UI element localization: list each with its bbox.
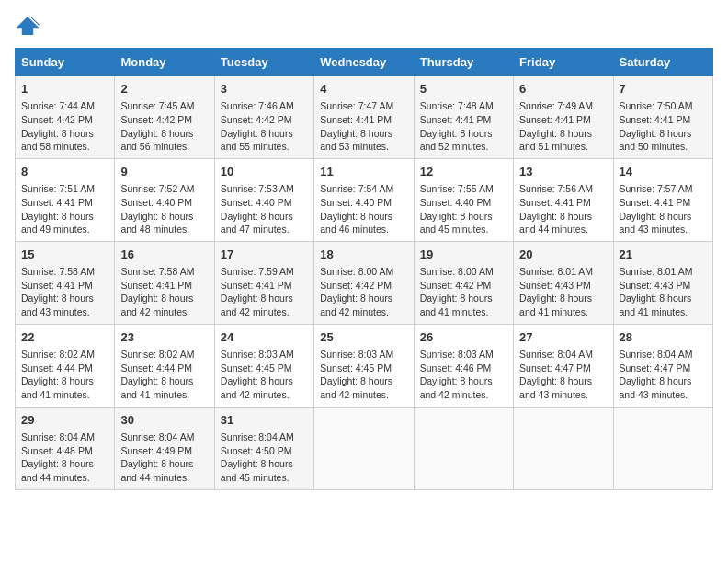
day-number: 9 [120, 164, 208, 180]
day-number: 28 [620, 329, 707, 346]
calendar-cell: 6Sunrise: 7:49 AMSunset: 4:41 PMDaylight… [514, 76, 613, 159]
day-number: 26 [420, 329, 507, 346]
day-info: Sunrise: 7:58 AMSunset: 4:41 PMDaylight:… [21, 265, 108, 319]
day-info: Sunrise: 8:03 AMSunset: 4:45 PMDaylight:… [320, 348, 407, 402]
calendar-cell: 11Sunrise: 7:54 AMSunset: 4:40 PMDayligh… [314, 158, 414, 241]
calendar-cell: 29Sunrise: 8:04 AMSunset: 4:48 PMDayligh… [16, 407, 115, 489]
day-header-saturday: Saturday [613, 49, 712, 76]
calendar-week-row: 15Sunrise: 7:58 AMSunset: 4:41 PMDayligh… [16, 241, 713, 324]
calendar-cell: 28Sunrise: 8:04 AMSunset: 4:47 PMDayligh… [613, 324, 712, 407]
day-number: 1 [21, 81, 108, 98]
day-number: 27 [519, 329, 607, 346]
day-info: Sunrise: 8:02 AMSunset: 4:44 PMDaylight:… [21, 348, 108, 402]
day-number: 5 [420, 81, 507, 98]
day-number: 15 [21, 247, 108, 263]
calendar-cell [314, 407, 414, 489]
day-info: Sunrise: 7:44 AMSunset: 4:42 PMDaylight:… [21, 99, 108, 154]
calendar-week-row: 8Sunrise: 7:51 AMSunset: 4:41 PMDaylight… [16, 158, 713, 241]
day-number: 4 [320, 81, 407, 98]
day-number: 31 [221, 412, 308, 429]
day-info: Sunrise: 7:48 AMSunset: 4:41 PMDaylight:… [420, 99, 507, 154]
day-number: 16 [120, 247, 208, 263]
calendar-cell [414, 407, 513, 489]
calendar-cell: 17Sunrise: 7:59 AMSunset: 4:41 PMDayligh… [214, 241, 313, 324]
calendar-cell: 26Sunrise: 8:03 AMSunset: 4:46 PMDayligh… [414, 324, 513, 407]
calendar-cell: 15Sunrise: 7:58 AMSunset: 4:41 PMDayligh… [16, 241, 115, 324]
day-number: 22 [21, 329, 108, 346]
calendar-week-row: 22Sunrise: 8:02 AMSunset: 4:44 PMDayligh… [16, 324, 713, 407]
calendar-cell: 20Sunrise: 8:01 AMSunset: 4:43 PMDayligh… [514, 241, 613, 324]
page-header [15, 15, 713, 37]
calendar-cell: 7Sunrise: 7:50 AMSunset: 4:41 PMDaylight… [613, 76, 712, 159]
days-header-row: SundayMondayTuesdayWednesdayThursdayFrid… [16, 49, 713, 76]
day-number: 18 [320, 247, 407, 263]
calendar-cell: 27Sunrise: 8:04 AMSunset: 4:47 PMDayligh… [514, 324, 613, 407]
calendar-cell: 9Sunrise: 7:52 AMSunset: 4:40 PMDaylight… [115, 158, 214, 241]
calendar-cell: 22Sunrise: 8:02 AMSunset: 4:44 PMDayligh… [16, 324, 115, 407]
day-number: 17 [221, 247, 308, 263]
day-number: 14 [620, 164, 707, 180]
calendar-cell: 1Sunrise: 7:44 AMSunset: 4:42 PMDaylight… [16, 76, 115, 159]
calendar-cell: 21Sunrise: 8:01 AMSunset: 4:43 PMDayligh… [613, 241, 712, 324]
day-info: Sunrise: 8:00 AMSunset: 4:42 PMDaylight:… [320, 265, 407, 319]
calendar-cell: 10Sunrise: 7:53 AMSunset: 4:40 PMDayligh… [214, 158, 313, 241]
calendar-cell: 19Sunrise: 8:00 AMSunset: 4:42 PMDayligh… [414, 241, 513, 324]
calendar-cell: 3Sunrise: 7:46 AMSunset: 4:42 PMDaylight… [214, 76, 313, 159]
day-info: Sunrise: 8:04 AMSunset: 4:48 PMDaylight:… [21, 431, 108, 485]
day-header-monday: Monday [115, 49, 214, 76]
calendar-cell [613, 407, 712, 489]
day-info: Sunrise: 8:01 AMSunset: 4:43 PMDaylight:… [519, 265, 607, 319]
day-number: 7 [620, 81, 707, 98]
day-number: 24 [221, 329, 308, 346]
day-info: Sunrise: 7:56 AMSunset: 4:41 PMDaylight:… [519, 182, 607, 236]
day-info: Sunrise: 7:53 AMSunset: 4:40 PMDaylight:… [221, 182, 308, 236]
calendar-cell: 13Sunrise: 7:56 AMSunset: 4:41 PMDayligh… [514, 158, 613, 241]
logo-icon [15, 15, 40, 37]
calendar-cell: 2Sunrise: 7:45 AMSunset: 4:42 PMDaylight… [115, 76, 214, 159]
logo [15, 15, 44, 37]
day-number: 23 [120, 329, 208, 346]
day-number: 2 [120, 81, 208, 98]
calendar-cell [514, 407, 613, 489]
day-number: 21 [620, 247, 707, 263]
day-number: 11 [320, 164, 407, 180]
day-info: Sunrise: 7:49 AMSunset: 4:41 PMDaylight:… [519, 99, 607, 154]
day-header-tuesday: Tuesday [214, 49, 313, 76]
day-number: 19 [420, 247, 507, 263]
calendar-cell: 12Sunrise: 7:55 AMSunset: 4:40 PMDayligh… [414, 158, 513, 241]
calendar-week-row: 1Sunrise: 7:44 AMSunset: 4:42 PMDaylight… [16, 76, 713, 159]
day-info: Sunrise: 7:58 AMSunset: 4:41 PMDaylight:… [120, 265, 208, 319]
day-info: Sunrise: 8:02 AMSunset: 4:44 PMDaylight:… [120, 348, 208, 402]
day-info: Sunrise: 7:57 AMSunset: 4:41 PMDaylight:… [620, 182, 707, 236]
calendar-cell: 31Sunrise: 8:04 AMSunset: 4:50 PMDayligh… [214, 407, 313, 489]
day-info: Sunrise: 7:51 AMSunset: 4:41 PMDaylight:… [21, 182, 108, 236]
calendar-cell: 30Sunrise: 8:04 AMSunset: 4:49 PMDayligh… [115, 407, 214, 489]
day-number: 6 [519, 81, 607, 98]
day-info: Sunrise: 8:03 AMSunset: 4:45 PMDaylight:… [221, 348, 308, 402]
calendar-cell: 25Sunrise: 8:03 AMSunset: 4:45 PMDayligh… [314, 324, 414, 407]
calendar-cell: 5Sunrise: 7:48 AMSunset: 4:41 PMDaylight… [414, 76, 513, 159]
day-info: Sunrise: 7:55 AMSunset: 4:40 PMDaylight:… [420, 182, 507, 236]
calendar-table: SundayMondayTuesdayWednesdayThursdayFrid… [15, 48, 713, 490]
day-info: Sunrise: 7:50 AMSunset: 4:41 PMDaylight:… [620, 99, 707, 154]
day-info: Sunrise: 8:04 AMSunset: 4:47 PMDaylight:… [519, 348, 607, 402]
day-number: 20 [519, 247, 607, 263]
calendar-cell: 24Sunrise: 8:03 AMSunset: 4:45 PMDayligh… [214, 324, 313, 407]
day-info: Sunrise: 7:54 AMSunset: 4:40 PMDaylight:… [320, 182, 407, 236]
day-header-thursday: Thursday [414, 49, 513, 76]
day-header-sunday: Sunday [16, 49, 115, 76]
day-number: 29 [21, 412, 108, 429]
day-info: Sunrise: 8:03 AMSunset: 4:46 PMDaylight:… [420, 348, 507, 402]
day-number: 13 [519, 164, 607, 180]
day-header-wednesday: Wednesday [314, 49, 414, 76]
day-info: Sunrise: 7:47 AMSunset: 4:41 PMDaylight:… [320, 99, 407, 154]
day-number: 10 [221, 164, 308, 180]
day-info: Sunrise: 7:52 AMSunset: 4:40 PMDaylight:… [120, 182, 208, 236]
day-number: 25 [320, 329, 407, 346]
day-info: Sunrise: 8:00 AMSunset: 4:42 PMDaylight:… [420, 265, 507, 319]
day-number: 30 [120, 412, 208, 429]
day-info: Sunrise: 8:04 AMSunset: 4:47 PMDaylight:… [620, 348, 707, 402]
calendar-cell: 4Sunrise: 7:47 AMSunset: 4:41 PMDaylight… [314, 76, 414, 159]
day-info: Sunrise: 8:01 AMSunset: 4:43 PMDaylight:… [620, 265, 707, 319]
calendar-cell: 18Sunrise: 8:00 AMSunset: 4:42 PMDayligh… [314, 241, 414, 324]
